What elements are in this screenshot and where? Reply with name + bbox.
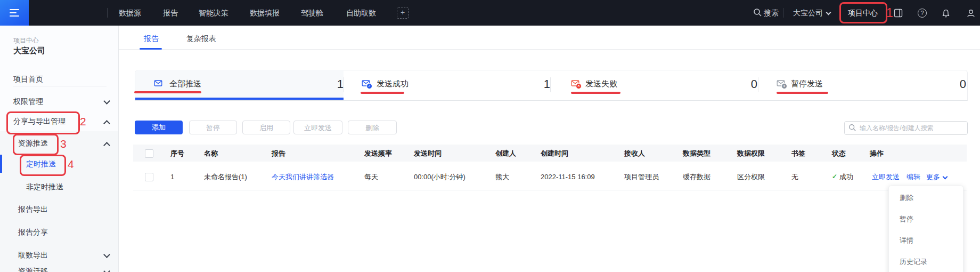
project-center-button[interactable]: 项目中心 [848,0,878,26]
col-header-actions: 操作 [870,149,884,158]
bell-icon[interactable] [941,9,951,18]
stat-value-send-failed: 0 [551,77,757,92]
annotation-underline [571,92,620,94]
add-module-button[interactable]: + [397,7,409,19]
row-action-send-now[interactable]: 立即发送 [872,172,900,182]
cell-receiver: 项目管理员 [624,172,659,182]
sidebar-item-report-export[interactable]: 报告导出 [18,204,48,214]
menu-item-pause[interactable]: 暂停 [889,209,963,230]
chevron-down-icon[interactable] [943,174,948,180]
cell-index: 1 [170,172,174,182]
cell-frequency: 每天 [364,172,378,182]
chevron-down-icon[interactable] [103,98,110,105]
stat-value-send-success: 1 [344,77,550,92]
annotation-underline [361,92,404,94]
cell-creator: 熊大 [495,172,509,182]
annotation-number-1: 1 [886,6,893,20]
divider [118,49,980,50]
search-icon [848,124,856,132]
cell-created-at: 2022-11-15 16:09 [541,172,595,182]
cell-data-permission: 区分权限 [737,172,765,182]
sidebar-item-unscheduled-push[interactable]: 非定时推送 [26,181,63,192]
sidebar-item-resource-migrate[interactable]: 资源迁移 [18,266,48,272]
active-tab-indicator [140,48,162,50]
topbar-nav-dashboard[interactable]: 驾驶舱 [301,0,323,26]
annotation-number-2: 2 [80,115,86,128]
layout-switch-icon[interactable] [894,9,903,18]
hamburger-icon [10,12,17,13]
row-action-more[interactable]: 更多 [926,172,940,182]
annotation-underline [134,91,201,93]
search-input[interactable] [844,121,968,135]
add-button[interactable]: 添加 [135,121,183,134]
col-header-index: 序号 [170,149,184,158]
annotation-underline [777,92,828,94]
chevron-up-icon[interactable] [103,120,110,127]
sidebar-company-name: 大宝公司 [13,46,45,56]
annotation-number-4: 4 [68,158,74,171]
topbar-nav-report[interactable]: 报告 [163,0,178,26]
user-icon[interactable] [966,9,976,18]
sidebar-item-report-share[interactable]: 报告分享 [18,227,48,237]
topbar-nav-datasource[interactable]: 数据源 [119,0,141,26]
row-action-edit[interactable]: 编辑 [907,172,920,182]
tab-complex-report[interactable]: 复杂报表 [186,33,216,44]
menu-toggle-button[interactable] [0,0,29,26]
col-header-name: 名称 [204,149,218,158]
row-checkbox[interactable] [145,173,153,181]
annotation-number-3: 3 [60,138,67,150]
sidebar-item-project-home[interactable]: 项目首页 [13,74,43,84]
sidebar: 项目中心 大宝公司 项目首页 权限管理 分享与导出管理 资源推送 定时推送 非定… [0,26,119,272]
sidebar-item-query-export[interactable]: 取数导出 [18,250,48,260]
menu-item-history[interactable]: 历史记录 [889,251,963,272]
stat-value-all-push: 1 [135,77,344,92]
col-header-receiver: 接收人 [624,149,645,158]
col-header-send-time: 发送时间 [414,149,442,158]
cell-name: 未命名报告(1) [204,172,247,182]
success-check-icon: ✓ [832,173,837,180]
menu-item-detail[interactable]: 详情 [889,230,963,251]
sidebar-item-resource-push[interactable]: 资源推送 [18,138,48,148]
divider [133,190,967,190]
divider [783,8,783,18]
topbar-nav-smart-decision[interactable]: 智能决策 [199,0,228,26]
cell-status: 成功 [839,172,853,182]
sidebar-item-share-export[interactable]: 分享与导出管理 [13,116,66,126]
col-header-data-type: 数据类型 [683,149,710,158]
sidebar-section-label: 项目中心 [13,36,39,45]
hamburger-icon [10,15,19,17]
app-root: 数据源 报告 智能决策 数据填报 驾驶舱 自助取数 + 搜索 大宝公司 项目中心… [0,0,980,272]
tab-report[interactable]: 报告 [144,33,159,44]
company-dropdown[interactable]: 大宝公司 [793,0,823,26]
sidebar-item-scheduled-push[interactable]: 定时推送 [26,158,56,169]
send-now-button[interactable]: 立即发送 [293,121,342,134]
more-actions-menu: 删除 暂停 详情 历史记录 [888,186,963,272]
topbar-nav-self-query[interactable]: 自助取数 [346,0,376,26]
enable-button[interactable]: 启用 [242,121,290,134]
col-header-creator: 创建人 [495,149,516,158]
stat-value-pause-send: 0 [758,77,966,92]
divider [13,86,107,86]
hamburger-icon [10,9,19,10]
col-header-frequency: 发送频率 [364,149,392,158]
col-header-report: 报告 [272,149,285,158]
sidebar-item-permission[interactable]: 权限管理 [13,96,43,107]
cell-send-time: 00:00(小时:分钟) [414,172,466,182]
topbar-search-label[interactable]: 搜索 [764,0,779,26]
pause-button[interactable]: 暂停 [189,121,237,134]
col-header-bookmark: 书签 [791,149,805,158]
cell-data-type: 缓存数据 [683,172,710,182]
active-item-indicator [0,155,2,173]
topbar: 数据源 报告 智能决策 数据填报 驾驶舱 自助取数 + 搜索 大宝公司 项目中心… [0,0,980,26]
topbar-nav-data-entry[interactable]: 数据填报 [250,0,280,26]
search-icon[interactable] [753,8,762,17]
cell-bookmark: 无 [791,172,798,182]
cell-report-link[interactable]: 今天我们讲讲筛选器 [272,172,334,182]
menu-item-delete[interactable]: 删除 [889,187,963,209]
col-header-status: 状态 [832,149,846,158]
delete-button[interactable]: 删除 [348,121,397,134]
help-icon[interactable]: ? [918,9,927,18]
active-segment-indicator [135,98,344,100]
chevron-down-icon[interactable] [826,10,831,15]
select-all-checkbox[interactable] [145,149,153,158]
